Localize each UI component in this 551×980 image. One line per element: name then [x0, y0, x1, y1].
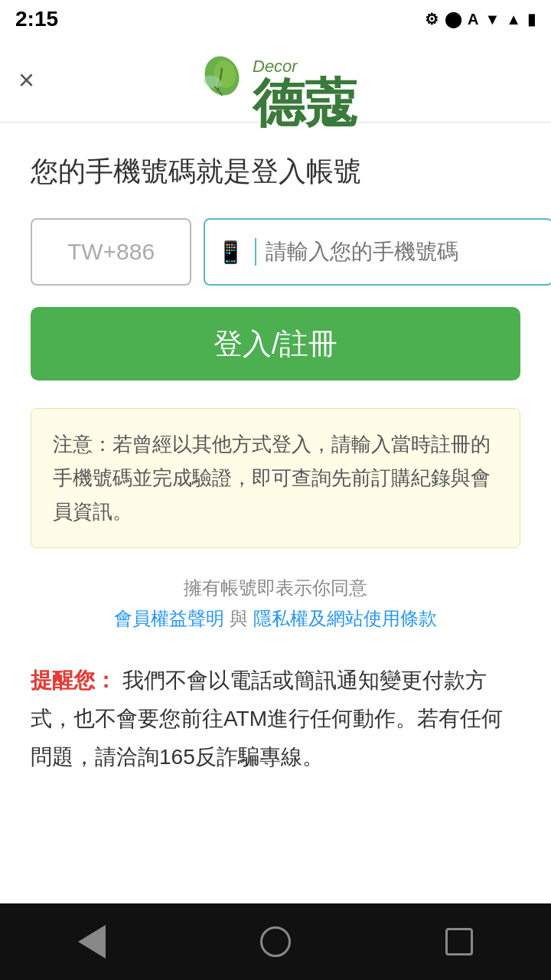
home-icon	[260, 926, 291, 957]
bottom-nav	[0, 903, 551, 980]
logo-area: Decor 德蔻	[194, 32, 357, 129]
main-content: 您的手機號碼就是登入帳號 TW+886 📱 登入/註冊 注意：若曾經以其他方式登…	[0, 122, 551, 903]
signal-icon: ▲	[506, 11, 521, 28]
warning-label: 提醒您：	[31, 668, 116, 692]
terms-link-privacy[interactable]: 隱私權及網站使用條款	[253, 608, 437, 629]
battery-icon: ▮	[527, 10, 536, 28]
header: × Decor 德蔻	[0, 38, 551, 122]
status-icons: ⚙ ⬤ A ▼ ▲ ▮	[425, 10, 536, 28]
cursor	[255, 238, 256, 266]
settings-icon: ⚙	[425, 10, 439, 28]
wifi-icon: ▼	[484, 11, 500, 28]
home-button[interactable]	[253, 919, 298, 965]
status-time: 2:15	[15, 7, 58, 31]
country-code-selector[interactable]: TW+886	[31, 218, 191, 286]
recents-icon	[445, 928, 473, 956]
phone-input[interactable]	[266, 240, 540, 264]
circle-icon: ⬤	[445, 10, 461, 28]
notice-box: 注意：若曾經以其他方式登入，請輸入當時註冊的手機號碼並完成驗證，即可查詢先前訂購…	[31, 408, 520, 548]
close-button[interactable]: ×	[18, 67, 34, 94]
phone-icon: 📱	[217, 240, 244, 265]
page-title: 您的手機號碼就是登入帳號	[31, 153, 520, 191]
warning-area: 提醒您： 我們不會以電話或簡訊通知變更付款方式，也不會要您前往ATM進行任何動作…	[31, 662, 520, 777]
back-button[interactable]	[69, 919, 115, 965]
terms-prefix-text: 擁有帳號即表示你同意	[31, 576, 520, 600]
input-row: TW+886 📱	[31, 218, 520, 286]
recents-button[interactable]	[436, 919, 482, 965]
terms-area: 擁有帳號即表示你同意 會員權益聲明 與 隱私權及網站使用條款	[31, 576, 520, 631]
logo-icon	[194, 53, 249, 108]
terms-connector: 與	[230, 608, 248, 629]
logo-chinese-text: 德蔻	[253, 77, 357, 129]
back-icon	[78, 925, 106, 959]
terms-link-member[interactable]: 會員權益聲明	[114, 608, 224, 629]
terms-links: 會員權益聲明 與 隱私權及網站使用條款	[31, 606, 520, 631]
phone-input-wrapper[interactable]: 📱	[204, 218, 551, 286]
login-register-button[interactable]: 登入/註冊	[31, 307, 520, 381]
a-icon: A	[468, 11, 478, 28]
